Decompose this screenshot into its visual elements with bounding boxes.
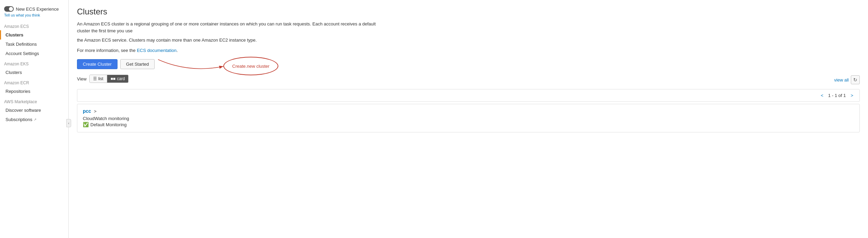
sidebar-item-repositories[interactable]: Repositories <box>0 87 68 96</box>
next-page-button[interactable]: > <box>848 92 855 99</box>
sidebar-item-discover-software[interactable]: Discover software <box>0 106 68 115</box>
section-label-marketplace: AWS Marketplace <box>0 96 68 106</box>
description-line2: the Amazon ECS service. Clusters may con… <box>77 37 386 44</box>
view-toggle-group: View ☰ list ■■ card <box>77 75 129 83</box>
sidebar: New ECS Experience Tell us what you thin… <box>0 0 69 238</box>
ecs-documentation-link[interactable]: ECS documentation <box>137 48 177 53</box>
cluster-arrow: > <box>94 109 97 114</box>
sidebar-title: New ECS Experience <box>16 7 59 12</box>
doc-prefix: For more information, see the <box>77 48 137 53</box>
refresh-button[interactable]: ↻ <box>851 75 860 84</box>
sidebar-item-task-definitions[interactable]: Task Definitions <box>0 40 68 49</box>
prev-page-button[interactable]: < <box>819 92 826 99</box>
section-label-ecs: Amazon ECS <box>0 21 68 30</box>
view-all-row: view all ↻ <box>834 75 860 84</box>
view-label: View <box>77 76 87 82</box>
page-title: Clusters <box>77 7 860 17</box>
pagination-range: 1 - 1 of 1 <box>828 93 846 98</box>
view-toggle: ☰ list ■■ card <box>89 75 129 83</box>
doc-suffix: . <box>177 48 178 53</box>
cluster-monitoring: CloudWatch monitoring <box>83 116 854 121</box>
create-cluster-button[interactable]: Create Cluster <box>77 59 118 69</box>
refresh-icon: ↻ <box>853 77 857 83</box>
cluster-name-row: pcc > <box>83 108 854 114</box>
check-icon: ✅ <box>83 122 89 127</box>
sidebar-header: New ECS Experience <box>0 3 68 13</box>
feedback-link[interactable]: Tell us what you think <box>0 13 68 21</box>
cluster-card: pcc > CloudWatch monitoring ✅ Default Mo… <box>77 104 860 132</box>
external-link-icon: ↗ <box>34 118 36 121</box>
sidebar-item-eks-clusters[interactable]: Clusters <box>0 68 68 77</box>
view-list-button[interactable]: ☰ list <box>90 75 107 83</box>
pagination-bar: < 1 - 1 of 1 > <box>77 89 860 102</box>
sidebar-item-account-settings[interactable]: Account Settings <box>0 49 68 58</box>
section-label-eks: Amazon EKS <box>0 58 68 68</box>
card-icon: ■■ <box>111 76 116 81</box>
cluster-default-monitoring: ✅ Default Monitoring <box>83 122 854 127</box>
view-controls-row: View ☰ list ■■ card view all ↻ <box>77 75 860 86</box>
sidebar-item-clusters[interactable]: Clusters <box>0 30 68 40</box>
doc-info: For more information, see the ECS docume… <box>77 47 386 54</box>
description-line1: An Amazon ECS cluster is a regional grou… <box>77 21 386 34</box>
view-all-link[interactable]: view all <box>834 77 849 83</box>
sidebar-item-subscriptions[interactable]: Subscriptions ↗ <box>0 115 68 124</box>
get-started-button[interactable]: Get Started <box>120 59 155 69</box>
cluster-info: CloudWatch monitoring ✅ Default Monitori… <box>83 116 854 127</box>
section-label-ecr: Amazon ECR <box>0 77 68 87</box>
actions-row: Create Cluster Get Started <box>77 59 860 69</box>
main-content: Clusters An Amazon ECS cluster is a regi… <box>69 0 868 238</box>
list-icon: ☰ <box>93 76 97 81</box>
sidebar-collapse-handle[interactable]: ‹ <box>66 119 71 127</box>
view-card-button[interactable]: ■■ card <box>107 75 129 83</box>
cluster-name-link[interactable]: pcc <box>83 108 91 114</box>
new-ecs-toggle[interactable] <box>4 6 14 12</box>
